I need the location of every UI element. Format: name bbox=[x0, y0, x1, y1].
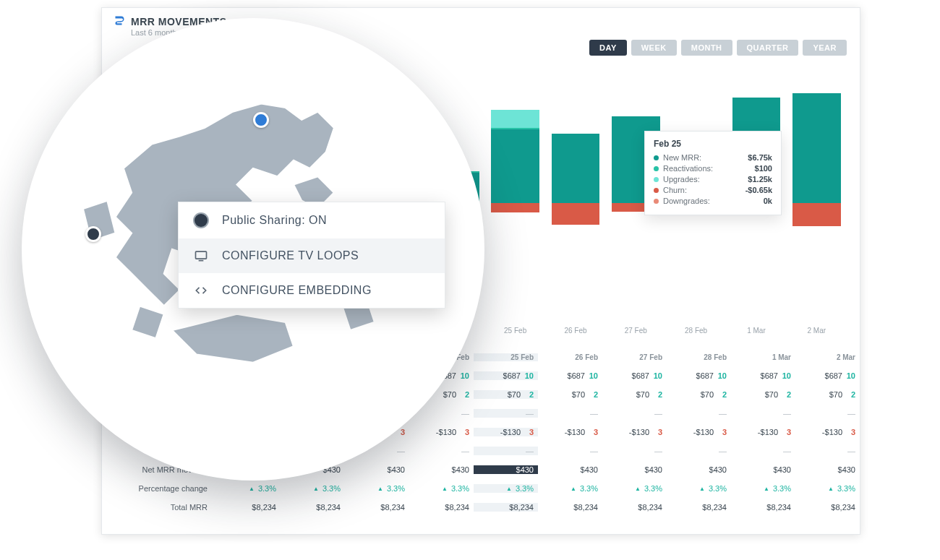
table-header-cell: 28 Feb bbox=[667, 353, 731, 361]
table-cell: $430 bbox=[667, 465, 731, 474]
toggle-switch[interactable] bbox=[193, 212, 209, 228]
table-header-cell: 25 Feb bbox=[474, 353, 538, 361]
table-cell: $68710 bbox=[538, 371, 602, 380]
bar-segment bbox=[491, 129, 539, 203]
table-cell: $8,234 bbox=[795, 503, 860, 512]
table-cell: -$1303 bbox=[538, 428, 602, 436]
bar-segment bbox=[552, 134, 600, 203]
table-cell: -$1303 bbox=[409, 428, 474, 436]
table-header-cell: 27 Feb bbox=[602, 353, 667, 361]
table-header-cell: 2 Mar bbox=[795, 353, 860, 361]
sharing-label: Public Sharing: ON bbox=[222, 214, 327, 227]
x-tick: 28 Feb bbox=[666, 327, 726, 335]
public-sharing-toggle-row[interactable]: Public Sharing: ON bbox=[179, 202, 445, 238]
tooltip-value: $100 bbox=[755, 164, 772, 173]
table-cell: -$1303 bbox=[474, 428, 538, 436]
table-cell: $430 bbox=[795, 465, 860, 474]
bar-segment bbox=[491, 203, 539, 212]
table-header-cell: 26 Feb bbox=[538, 353, 602, 361]
table-cell: — bbox=[474, 447, 538, 455]
table-cell: $68710 bbox=[667, 371, 731, 380]
legend-dot-icon bbox=[654, 188, 659, 193]
table-cell: $702 bbox=[667, 390, 731, 399]
bar-segment bbox=[792, 203, 841, 226]
table-cell: -$1303 bbox=[731, 428, 795, 436]
configure-embedding-row[interactable]: CONFIGURE EMBEDDING bbox=[179, 273, 445, 308]
table-cell: ▲3.3% bbox=[795, 484, 860, 493]
bar-segment bbox=[491, 110, 539, 128]
table-row: Total MRR$8,234$8,234$8,234$8,234$8,234$… bbox=[102, 498, 860, 517]
period-tab-month[interactable]: MONTH bbox=[681, 40, 732, 56]
table-header-cell: 1 Mar bbox=[731, 353, 795, 361]
x-tick: 26 Feb bbox=[545, 327, 605, 335]
table-cell: — bbox=[795, 409, 860, 418]
table-cell: $68710 bbox=[731, 371, 795, 380]
period-tab-year[interactable]: YEAR bbox=[803, 40, 847, 56]
table-cell: $68710 bbox=[474, 371, 538, 380]
period-tabs: DAYWEEKMONTHQUARTERYEAR bbox=[589, 40, 847, 56]
table-cell: $702 bbox=[602, 390, 667, 399]
table-cell: ▲3.3% bbox=[345, 484, 409, 493]
table-cell: — bbox=[731, 447, 795, 455]
table-cell: ▲3.3% bbox=[216, 484, 281, 493]
period-tab-quarter[interactable]: QUARTER bbox=[737, 40, 799, 56]
period-tab-week[interactable]: WEEK bbox=[631, 40, 677, 56]
table-cell: $430 bbox=[345, 465, 409, 474]
svg-rect-0 bbox=[196, 251, 207, 259]
table-cell: $430 bbox=[538, 465, 602, 474]
tooltip-rows: New MRR:$6.75kReactivations:$100Upgrades… bbox=[654, 153, 772, 205]
table-cell: — bbox=[409, 447, 474, 455]
brand-logo-icon bbox=[112, 15, 125, 28]
table-cell: $8,234 bbox=[474, 503, 538, 512]
bar-segment bbox=[552, 203, 600, 225]
table-cell: $8,234 bbox=[538, 503, 602, 512]
table-cell: $430 bbox=[602, 465, 667, 474]
table-cell: $8,234 bbox=[281, 503, 345, 512]
legend-dot-icon bbox=[654, 177, 659, 182]
tooltip-value: $6.75k bbox=[748, 153, 772, 162]
period-tab-day[interactable]: DAY bbox=[589, 40, 627, 56]
x-tick: 27 Feb bbox=[606, 327, 666, 335]
table-cell: ▲3.3% bbox=[409, 484, 474, 493]
legend-dot-icon bbox=[654, 155, 659, 160]
row-label: Total MRR bbox=[102, 503, 216, 512]
map-marker-blue[interactable] bbox=[253, 112, 269, 128]
table-cell: $8,234 bbox=[345, 503, 409, 512]
table-cell: — bbox=[795, 447, 860, 455]
table-cell: $68710 bbox=[795, 371, 860, 380]
table-cell: ▲3.3% bbox=[281, 484, 345, 493]
tooltip-label: Downgrades: bbox=[663, 197, 759, 205]
table-cell: -$1303 bbox=[795, 428, 860, 436]
table-cell: $702 bbox=[795, 390, 860, 399]
table-cell: $8,234 bbox=[731, 503, 795, 512]
row-label: Percentage change bbox=[102, 484, 216, 493]
tooltip-row: Upgrades:$1.25k bbox=[654, 175, 772, 184]
table-cell: $702 bbox=[731, 390, 795, 399]
tv-label: CONFIGURE TV LOOPS bbox=[222, 249, 359, 262]
table-cell: $8,234 bbox=[602, 503, 667, 512]
bar-column[interactable] bbox=[787, 87, 847, 319]
table-cell: ▲3.3% bbox=[602, 484, 667, 493]
toggle-icon bbox=[193, 212, 209, 228]
x-tick: 1 Mar bbox=[726, 327, 786, 335]
table-cell: $8,234 bbox=[216, 503, 281, 512]
bar-column[interactable] bbox=[485, 87, 545, 319]
table-cell: -$1303 bbox=[667, 428, 731, 436]
tooltip-row: New MRR:$6.75k bbox=[654, 153, 772, 162]
table-cell: ▲3.3% bbox=[667, 484, 731, 493]
table-cell: — bbox=[602, 447, 667, 455]
table-cell: $8,234 bbox=[409, 503, 474, 512]
table-cell: $430 bbox=[409, 465, 474, 474]
tooltip-label: New MRR: bbox=[663, 153, 743, 162]
chart-tooltip: Feb 25 New MRR:$6.75kReactivations:$100U… bbox=[644, 131, 782, 215]
bar-column[interactable] bbox=[545, 87, 605, 319]
table-cell: -$1303 bbox=[602, 428, 667, 436]
map-marker-dark[interactable] bbox=[85, 226, 101, 242]
table-cell: — bbox=[538, 409, 602, 418]
table-cell: $430 bbox=[474, 465, 538, 474]
share-popup: Public Sharing: ON CONFIGURE TV LOOPS CO… bbox=[178, 202, 445, 309]
table-cell: $430 bbox=[731, 465, 795, 474]
configure-tv-loops-row[interactable]: CONFIGURE TV LOOPS bbox=[179, 238, 445, 273]
table-cell: $68710 bbox=[602, 371, 667, 380]
table-row: Percentage change▲3.3%▲3.3%▲3.3%▲3.3%▲3.… bbox=[102, 479, 860, 498]
